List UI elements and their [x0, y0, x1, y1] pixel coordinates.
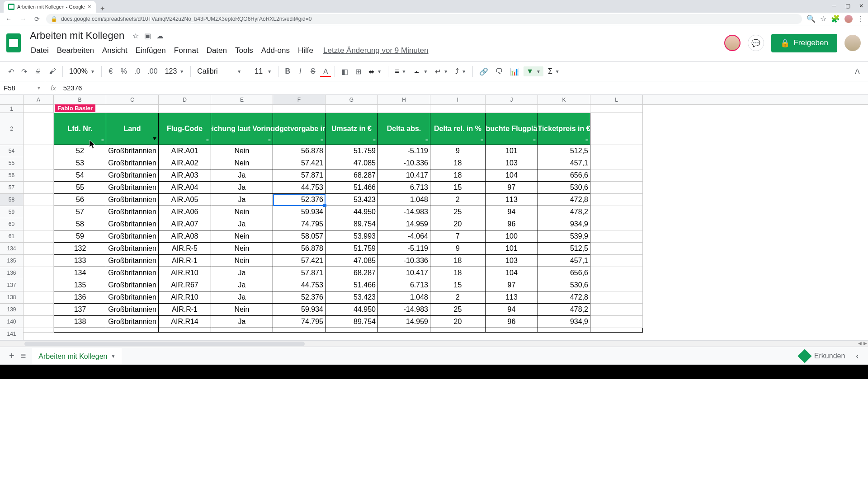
- cell[interactable]: 6.713: [378, 182, 430, 194]
- cell[interactable]: -14.983: [378, 206, 430, 218]
- cell[interactable]: 52.376: [273, 194, 326, 206]
- account-avatar[interactable]: [844, 35, 861, 51]
- cell[interactable]: AIR.R10: [159, 267, 211, 279]
- column-header-I[interactable]: I: [430, 95, 486, 104]
- cell[interactable]: 59: [54, 230, 106, 243]
- cell[interactable]: Nein: [211, 243, 273, 255]
- cell[interactable]: Großbritannien: [106, 182, 159, 194]
- cell[interactable]: -10.336: [378, 157, 430, 169]
- row-header-60[interactable]: 60: [0, 218, 24, 230]
- table-header[interactable]: Flug-Code≡: [159, 113, 211, 145]
- row-header-2[interactable]: 2: [0, 113, 24, 145]
- cell[interactable]: [486, 105, 538, 113]
- cell[interactable]: [590, 169, 643, 182]
- cell[interactable]: [590, 206, 643, 218]
- cell[interactable]: Großbritannien: [106, 243, 159, 255]
- menu-format[interactable]: Format: [170, 44, 202, 57]
- cell[interactable]: 44.753: [273, 182, 326, 194]
- cell[interactable]: [24, 255, 54, 267]
- cell[interactable]: AIR.A02: [159, 157, 211, 169]
- cell[interactable]: 10.417: [378, 169, 430, 182]
- cell[interactable]: [24, 304, 54, 316]
- row-header-58[interactable]: 58: [0, 194, 24, 206]
- cell[interactable]: 512,5: [538, 145, 590, 157]
- cell[interactable]: Großbritannien: [106, 157, 159, 169]
- cell[interactable]: 15: [430, 279, 486, 291]
- cell[interactable]: [590, 243, 643, 255]
- cell[interactable]: 18: [430, 157, 486, 169]
- back-button[interactable]: ←: [4, 14, 14, 23]
- row-header-134[interactable]: 134: [0, 243, 24, 255]
- cell[interactable]: [590, 194, 643, 206]
- cell[interactable]: [24, 157, 54, 169]
- cell[interactable]: 103: [486, 255, 538, 267]
- cell[interactable]: -14.983: [378, 304, 430, 316]
- cell[interactable]: [590, 255, 643, 267]
- cell[interactable]: [211, 328, 273, 333]
- cell[interactable]: [430, 105, 486, 113]
- cell[interactable]: 20: [430, 218, 486, 230]
- table-header[interactable]: Lfd. Nr.≡: [54, 113, 106, 145]
- cell[interactable]: 74.795: [273, 316, 326, 328]
- cell[interactable]: 53.423: [326, 194, 378, 206]
- cell[interactable]: Ja: [211, 279, 273, 291]
- cell[interactable]: [159, 105, 211, 113]
- cell[interactable]: 14.959: [378, 218, 430, 230]
- cell[interactable]: 530,6: [538, 279, 590, 291]
- filter-button[interactable]: ▼▼: [524, 66, 543, 76]
- cell[interactable]: 68.287: [326, 169, 378, 182]
- column-header-K[interactable]: K: [538, 95, 590, 104]
- menu-bearbeiten[interactable]: Bearbeiten: [53, 44, 98, 57]
- cell[interactable]: AIR.A08: [159, 230, 211, 243]
- explore-button[interactable]: Erkunden: [800, 351, 845, 361]
- all-sheets-button[interactable]: ≡: [21, 351, 26, 361]
- bold-button[interactable]: B: [282, 66, 293, 77]
- menu-hilfe[interactable]: Hilfe: [294, 44, 317, 57]
- cell[interactable]: [24, 316, 54, 328]
- cell[interactable]: 104: [486, 267, 538, 279]
- move-icon[interactable]: ▣: [144, 32, 151, 40]
- filter-icon[interactable]: ≡: [321, 137, 323, 143]
- cell[interactable]: [590, 291, 643, 304]
- cell[interactable]: 15: [430, 182, 486, 194]
- cell[interactable]: 57: [54, 206, 106, 218]
- rotate-button[interactable]: ⤴▼: [453, 66, 469, 76]
- cell[interactable]: AIR.A07: [159, 218, 211, 230]
- menu-datei[interactable]: Datei: [27, 44, 52, 57]
- cell[interactable]: 457,1: [538, 255, 590, 267]
- filter-icon[interactable]: [153, 137, 156, 142]
- reload-button[interactable]: ⟳: [33, 14, 42, 23]
- cell[interactable]: [106, 105, 159, 113]
- cell[interactable]: 138: [54, 316, 106, 328]
- cell[interactable]: Ja: [211, 194, 273, 206]
- cell[interactable]: [590, 105, 643, 113]
- cell[interactable]: AIR.A05: [159, 194, 211, 206]
- cell[interactable]: [378, 328, 430, 333]
- cell[interactable]: 18: [430, 169, 486, 182]
- cell[interactable]: 44.753: [273, 279, 326, 291]
- cell[interactable]: 656,6: [538, 169, 590, 182]
- cell[interactable]: Ja: [211, 267, 273, 279]
- cell[interactable]: 472,8: [538, 194, 590, 206]
- cell[interactable]: 89.754: [326, 316, 378, 328]
- cell[interactable]: [24, 230, 54, 243]
- cell[interactable]: 57.871: [273, 267, 326, 279]
- row-header-61[interactable]: 61: [0, 230, 24, 243]
- cell[interactable]: [24, 113, 54, 145]
- add-sheet-button[interactable]: +: [9, 351, 14, 361]
- column-header-J[interactable]: J: [486, 95, 538, 104]
- cell[interactable]: 478,2: [538, 304, 590, 316]
- insert-link-button[interactable]: 🔗: [476, 66, 491, 78]
- cell[interactable]: 89.754: [326, 218, 378, 230]
- cell[interactable]: AIR.A01: [159, 145, 211, 157]
- table-header[interactable]: buchte Flugplä≡: [486, 113, 538, 145]
- cell[interactable]: [24, 105, 54, 113]
- menu-daten[interactable]: Daten: [203, 44, 231, 57]
- maximize-button[interactable]: ▢: [841, 0, 854, 11]
- formula-input[interactable]: 52376: [61, 84, 868, 92]
- filter-icon[interactable]: ≡: [585, 137, 588, 143]
- cell[interactable]: 94: [486, 304, 538, 316]
- h-align-button[interactable]: ≡▼: [392, 66, 409, 76]
- cell[interactable]: [590, 182, 643, 194]
- cell[interactable]: [538, 105, 590, 113]
